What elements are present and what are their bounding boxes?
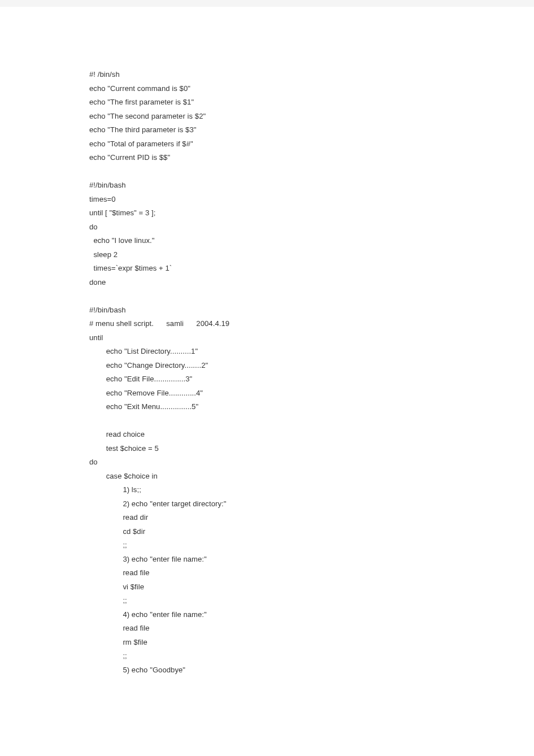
code-line: do [89,455,445,470]
code-line: echo "Change Directory........2" [89,359,445,373]
code-line: 5) echo "Goodbye" [89,663,445,677]
code-line: test $choice = 5 [89,442,445,456]
code-line: vi $file [89,580,445,594]
code-line: times=`expr $times + 1` [89,262,445,276]
code-line: echo "The third parameter is $3" [89,123,445,137]
code-line: ;; [89,594,445,608]
code-line: echo "List Directory..........1" [89,345,445,359]
code-line: echo "The second parameter is $2" [89,110,445,124]
code-line: sleep 2 [89,248,445,262]
blank-line [89,165,445,179]
code-line: read dir [89,511,445,525]
code-line: until [89,331,445,345]
code-line: 4) echo "enter file name:" [89,608,445,622]
document-page: #! /bin/sh echo "Current command is $0" … [0,7,534,756]
code-line: #!/bin/bash [89,303,445,318]
code-line: read file [89,622,445,636]
code-line: ;; [89,538,445,553]
blank-line [89,289,445,303]
page-container: #! /bin/sh echo "Current command is $0" … [0,0,534,756]
code-line: echo "Exit Menu...............5" [89,400,445,414]
code-line: echo "Current PID is $$" [89,151,445,165]
code-line: echo "Edit File...............3" [89,372,445,386]
code-line: # menu shell script. samli 2004.4.19 [89,317,445,331]
code-line: case $choice in [89,470,445,484]
code-line: cd $dir [89,525,445,539]
code-line: echo "Current command is $0" [89,82,445,96]
code-line: times=0 [89,193,445,207]
blank-line [89,414,445,428]
code-line: 1) ls;; [89,483,445,497]
code-line: until [ "$times" = 3 ]; [89,206,445,220]
code-line: done [89,276,445,290]
code-line: do [89,220,445,234]
code-line: echo "I love linux." [89,234,445,248]
code-line: echo "Remove File.............4" [89,386,445,401]
code-line: echo "Total of parameters if $#" [89,137,445,151]
code-line: read file [89,566,445,580]
code-line: 3) echo "enter file name:" [89,553,445,567]
code-line: #!/bin/bash [89,179,445,193]
code-line: 2) echo "enter target directory:" [89,497,445,511]
code-line: #! /bin/sh [89,68,445,82]
code-line: echo "The first parameter is $1" [89,95,445,110]
code-line: ;; [89,649,445,663]
code-line: rm $file [89,636,445,650]
code-line: read choice [89,428,445,442]
